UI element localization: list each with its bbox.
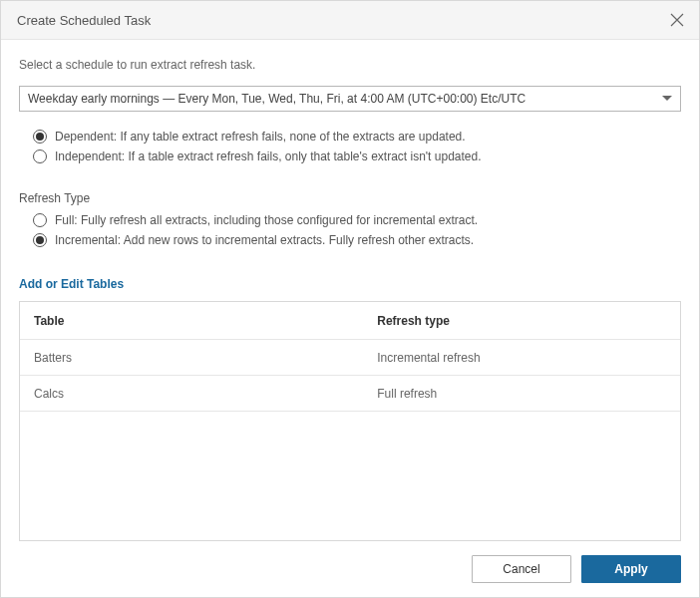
refresh-type-cell: Full refresh <box>363 387 680 401</box>
add-edit-tables-link[interactable]: Add or Edit Tables <box>19 277 681 291</box>
instruction-text: Select a schedule to run extract refresh… <box>19 58 681 72</box>
radio-independent[interactable]: Independent: If a table extract refresh … <box>33 150 681 163</box>
radio-dependent[interactable]: Dependent: If any table extract refresh … <box>33 130 681 144</box>
cancel-button[interactable]: Cancel <box>472 555 571 583</box>
radio-label: Full: Fully refresh all extracts, includ… <box>55 213 478 227</box>
dialog-create-scheduled-task: Create Scheduled Task Select a schedule … <box>0 0 700 598</box>
column-header-refresh-type: Refresh type <box>363 314 680 328</box>
table-name-cell: Calcs <box>20 387 363 401</box>
table-header-row: Table Refresh type <box>20 302 680 340</box>
table-row: Calcs Full refresh <box>20 376 680 412</box>
radio-icon <box>33 233 47 247</box>
radio-full[interactable]: Full: Fully refresh all extracts, includ… <box>33 213 681 227</box>
radio-label: Dependent: If any table extract refresh … <box>55 130 466 144</box>
radio-icon <box>33 130 47 144</box>
dependency-radio-group: Dependent: If any table extract refresh … <box>33 130 681 169</box>
table-name-cell: Batters <box>20 351 363 365</box>
radio-icon <box>33 150 47 163</box>
table-row: Batters Incremental refresh <box>20 340 680 376</box>
dialog-title: Create Scheduled Task <box>17 13 151 28</box>
dialog-titlebar: Create Scheduled Task <box>1 1 699 40</box>
dialog-content: Select a schedule to run extract refresh… <box>1 40 699 541</box>
dialog-footer: Cancel Apply <box>1 541 699 597</box>
schedule-dropdown[interactable]: Weekday early mornings — Every Mon, Tue,… <box>19 86 681 112</box>
tables-list: Table Refresh type Batters Incremental r… <box>19 301 681 541</box>
refresh-type-cell: Incremental refresh <box>363 351 680 365</box>
close-icon[interactable] <box>667 10 687 30</box>
refresh-type-radio-group: Full: Fully refresh all extracts, includ… <box>33 213 681 253</box>
chevron-down-icon <box>662 96 672 102</box>
radio-incremental[interactable]: Incremental: Add new rows to incremental… <box>33 233 681 247</box>
apply-button[interactable]: Apply <box>581 555 681 583</box>
schedule-selected-value: Weekday early mornings — Every Mon, Tue,… <box>28 92 525 106</box>
radio-label: Independent: If a table extract refresh … <box>55 150 482 163</box>
radio-label: Incremental: Add new rows to incremental… <box>55 233 474 247</box>
column-header-table: Table <box>20 314 363 328</box>
radio-icon <box>33 213 47 227</box>
refresh-type-heading: Refresh Type <box>19 191 681 205</box>
